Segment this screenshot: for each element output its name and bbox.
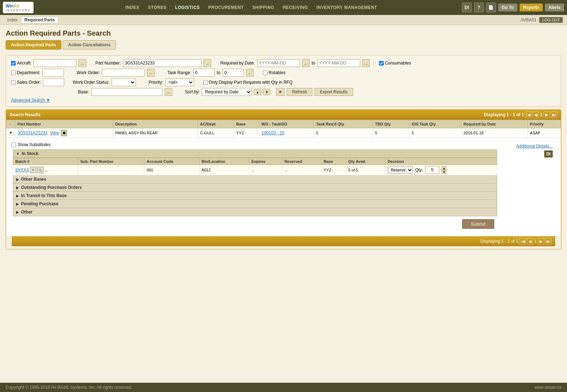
- nav-receiving[interactable]: RECEIVING: [283, 5, 308, 10]
- department-checkbox[interactable]: [11, 71, 16, 75]
- pager-first-btn[interactable]: |◀: [525, 112, 531, 118]
- row-collapse-btn[interactable]: ▼: [9, 130, 13, 135]
- nav-logistics[interactable]: LOGISTICS: [175, 5, 200, 10]
- bottom-pager-prev-btn[interactable]: ◀: [527, 238, 533, 244]
- document-icon-btn[interactable]: 📄: [486, 2, 496, 12]
- work-order-input[interactable]: [102, 69, 145, 77]
- aircraft-checkbox[interactable]: [11, 61, 16, 66]
- nav-index[interactable]: INDEX: [126, 5, 139, 10]
- collapse-all-btn[interactable]: −: [9, 122, 11, 127]
- tab-action-cancellations[interactable]: Action Cancellations: [63, 40, 116, 50]
- sort-by-select[interactable]: Required by Date: [202, 88, 252, 96]
- bottom-pager-last-btn[interactable]: ▶|: [545, 238, 552, 244]
- help-icon-btn[interactable]: ?: [474, 2, 484, 12]
- work-order-status-select[interactable]: Open Closed: [112, 78, 136, 86]
- nav-shipping[interactable]: SHIPPING: [252, 5, 274, 10]
- batch-info-btn[interactable]: =: [30, 167, 36, 173]
- required-by-date-from-btn[interactable]: ...: [302, 59, 310, 67]
- sort-desc-btn[interactable]: ▼: [263, 89, 270, 95]
- aircraft-input[interactable]: [34, 59, 76, 67]
- task-range-from-input[interactable]: [193, 69, 215, 77]
- part-number-input[interactable]: [123, 59, 201, 67]
- only-display-checkbox-label[interactable]: Only Display Part Requests with Qty in R…: [203, 80, 293, 85]
- submit-button[interactable]: Submit: [462, 219, 494, 229]
- col-ac-dept: AC/Dept: [198, 120, 234, 128]
- base-browse-btn[interactable]: ...: [165, 88, 172, 96]
- consumables-checkbox[interactable]: [379, 61, 384, 66]
- nav-inventory-management[interactable]: INVENTORY MANAGEMENT: [316, 5, 377, 10]
- other-section[interactable]: Other: [13, 208, 497, 216]
- reports-button[interactable]: Reports: [520, 4, 543, 11]
- department-checkbox-label[interactable]: Department:: [11, 70, 40, 75]
- sort-asc-btn[interactable]: ▲: [254, 89, 261, 95]
- go-to-button[interactable]: Go To: [498, 4, 517, 11]
- outstanding-po-section[interactable]: Outstanding Purchase Orders: [13, 184, 497, 192]
- consumables-checkbox-label[interactable]: Consumables: [379, 61, 411, 66]
- part-number-link[interactable]: 3G5331A23233: [17, 130, 47, 135]
- sales-order-checkbox[interactable]: [11, 80, 16, 85]
- task-range-to-input[interactable]: [223, 69, 244, 77]
- required-by-date-from-input[interactable]: [257, 59, 300, 67]
- nav-procurement[interactable]: PROCUREMENT: [208, 5, 244, 10]
- breadcrumb-required-parts[interactable]: Required Parts: [21, 16, 58, 24]
- in-transit-section[interactable]: In Transit to This Base: [13, 192, 497, 200]
- di-badge[interactable]: DI: [544, 150, 553, 158]
- qty-input[interactable]: [425, 166, 439, 174]
- task-range-label: Task Range:: [167, 70, 191, 75]
- task-range-btn[interactable]: ...: [246, 69, 254, 77]
- part-number-browse-button[interactable]: ...: [204, 59, 211, 67]
- export-results-button[interactable]: Export Results: [315, 88, 353, 96]
- breadcrumb-index[interactable]: Index: [4, 17, 20, 23]
- advanced-search-link[interactable]: Advanced Search ▼: [11, 98, 556, 103]
- app-logo[interactable]: WinAir INVENTORY: [3, 2, 34, 14]
- pager-next-btn[interactable]: ▶: [543, 112, 550, 118]
- only-display-checkbox[interactable]: [203, 80, 208, 85]
- row-action-btn[interactable]: ■: [61, 130, 67, 136]
- nav-stores[interactable]: STORES: [148, 5, 167, 10]
- alerts-button[interactable]: Alerts: [545, 4, 564, 11]
- bottom-pager-first-btn[interactable]: |◀: [519, 238, 526, 244]
- results-table: − Part Number Description AC/Dept Base W…: [6, 120, 561, 236]
- other-bases-section[interactable]: Other Bases: [13, 175, 497, 184]
- tab-action-required-parts[interactable]: Action Required Parts: [6, 40, 61, 50]
- pending-purchase-section[interactable]: Pending Purchase: [13, 200, 497, 208]
- stock-table: Batch # Sub. Part Number Account Code Bi…: [13, 158, 497, 175]
- qty-down-btn[interactable]: ▼: [441, 170, 446, 174]
- batch-link[interactable]: 9XXXX: [15, 167, 29, 172]
- priority-select[interactable]: <all> ASAP AOG: [165, 78, 194, 86]
- rotables-checkbox-label[interactable]: Rotables: [263, 70, 285, 75]
- department-input[interactable]: [42, 69, 64, 77]
- sales-order-input[interactable]: [43, 78, 64, 86]
- detail-inner: Show Substitutes In Stock: [9, 139, 558, 234]
- search-row-1: Aircraft: ... Part Number: ... Required …: [11, 59, 556, 67]
- in-stock-header[interactable]: In Stock: [13, 149, 497, 158]
- logout-button[interactable]: LOG OUT: [539, 17, 563, 23]
- decision-select[interactable]: Reserve Issue Hold Cancel: [388, 166, 413, 174]
- detail-cell: Show Substitutes In Stock: [6, 138, 561, 236]
- pager-last-btn[interactable]: ▶|: [551, 112, 557, 118]
- additional-details-link[interactable]: Additional Details...: [516, 144, 553, 149]
- show-substitutes-checkbox[interactable]: [11, 143, 16, 147]
- sales-order-label: Sales Order:: [17, 80, 41, 85]
- view-link[interactable]: View: [50, 130, 59, 135]
- batch-attach-btn[interactable]: 📎: [37, 167, 44, 173]
- required-by-date-to-input[interactable]: [317, 59, 360, 67]
- base-input[interactable]: [91, 88, 163, 96]
- pending-purchase-expand-icon: [16, 201, 19, 206]
- wo-task-link[interactable]: 190103 - 20: [261, 130, 284, 135]
- rotables-checkbox[interactable]: [263, 71, 267, 75]
- aircraft-checkbox-label[interactable]: Aircraft:: [11, 61, 31, 66]
- clear-btn[interactable]: ✕: [276, 88, 285, 96]
- row-wo-task-so-cell: 190103 - 20: [259, 128, 314, 138]
- aircraft-browse-button[interactable]: ...: [78, 59, 86, 67]
- pager-prev-btn[interactable]: ◀: [532, 112, 539, 118]
- bottom-pager-next-btn[interactable]: ▶: [538, 238, 544, 244]
- refresh-button[interactable]: Refresh: [287, 88, 312, 96]
- sales-order-checkbox-label[interactable]: Sales Order:: [11, 80, 41, 85]
- search-row-3: Sales Order: Work Order Status: Open Clo…: [11, 78, 556, 86]
- required-by-date-to-btn[interactable]: ...: [362, 59, 370, 67]
- work-order-browse-btn[interactable]: ...: [147, 69, 154, 77]
- qty-up-btn[interactable]: ▲: [441, 166, 446, 170]
- stock-bin-location-cell: A012: [199, 165, 249, 175]
- di-icon-btn[interactable]: DI: [462, 2, 472, 12]
